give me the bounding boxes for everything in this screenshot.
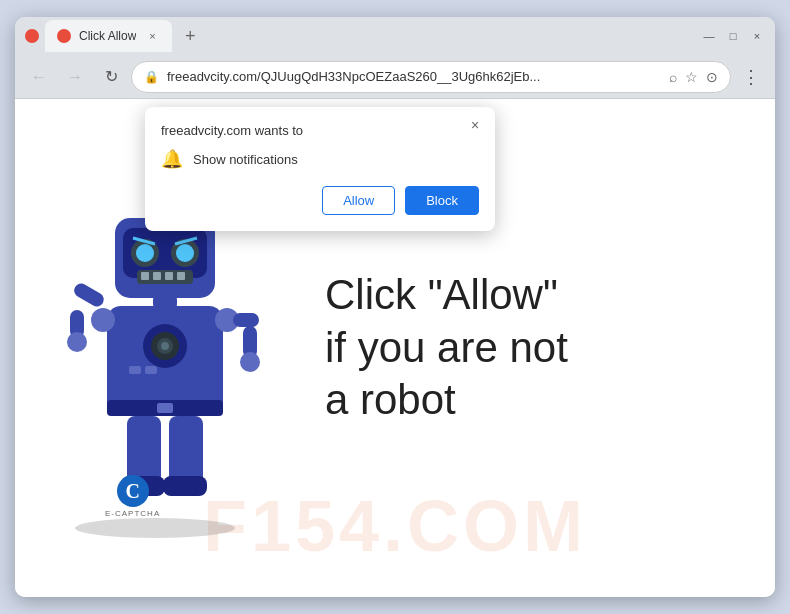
browser-tab[interactable]: Click Allow × [45, 20, 172, 52]
main-text-line2: if you are not [325, 322, 568, 375]
main-text-line3: a robot [325, 374, 568, 427]
svg-point-4 [136, 244, 154, 262]
main-text-line1: Click "Allow" [325, 269, 568, 322]
bell-icon: 🔔 [161, 148, 183, 170]
allow-button[interactable]: Allow [322, 186, 395, 215]
content-area: F154.COM [15, 99, 775, 597]
ecaptcha-logo: C E-CAPTCHA [105, 475, 160, 518]
svg-rect-11 [165, 272, 173, 280]
svg-rect-21 [129, 366, 141, 374]
robot-shadow [75, 518, 235, 538]
popup-notification-text: Show notifications [193, 152, 298, 167]
block-button[interactable]: Block [405, 186, 479, 215]
lock-icon: 🔒 [144, 70, 159, 84]
bookmark-icon[interactable]: ☆ [685, 69, 698, 85]
tab-favicon [57, 29, 71, 43]
svg-rect-22 [145, 366, 157, 374]
url-text: freeadvcity.com/QJUugQdH33NpcOEZaaS260__… [167, 69, 661, 84]
svg-rect-9 [141, 272, 149, 280]
svg-rect-12 [177, 272, 185, 280]
ecaptcha-letter: C [117, 475, 149, 507]
tab-title: Click Allow [79, 29, 136, 43]
popup-buttons: Allow Block [161, 186, 479, 215]
window-close-dot[interactable] [25, 29, 39, 43]
popup-notification-row: 🔔 Show notifications [161, 148, 479, 170]
svg-rect-28 [233, 313, 259, 327]
tab-close-button[interactable]: × [144, 28, 160, 44]
new-tab-button[interactable]: + [176, 22, 204, 50]
title-bar: Click Allow × + — □ × [15, 17, 775, 55]
svg-rect-10 [153, 272, 161, 280]
svg-point-23 [91, 308, 115, 332]
svg-point-20 [161, 342, 169, 350]
svg-point-5 [176, 244, 194, 262]
tab-strip: Click Allow × + [45, 20, 695, 52]
search-icon[interactable]: ⌕ [669, 69, 677, 85]
window-close-button[interactable]: × [749, 28, 765, 44]
robot-illustration [65, 198, 265, 538]
svg-rect-32 [157, 403, 173, 413]
nav-bar: ← → ↻ 🔒 freeadvcity.com/QJUugQdH33NpcOEZ… [15, 55, 775, 99]
profile-icon[interactable]: ⊙ [706, 69, 718, 85]
main-page-text: Click "Allow" if you are not a robot [325, 269, 568, 427]
forward-button[interactable]: → [59, 61, 91, 93]
window-controls: — □ × [701, 28, 765, 44]
popup-close-button[interactable]: × [465, 115, 485, 135]
svg-rect-36 [163, 476, 207, 496]
svg-rect-25 [72, 281, 107, 309]
maximize-button[interactable]: □ [725, 28, 741, 44]
address-bar[interactable]: 🔒 freeadvcity.com/QJUugQdH33NpcOEZaaS260… [131, 61, 731, 93]
svg-point-30 [240, 352, 260, 372]
svg-point-27 [67, 332, 87, 352]
notification-popup: freeadvcity.com wants to × 🔔 Show notifi… [145, 107, 495, 231]
back-button[interactable]: ← [23, 61, 55, 93]
browser-menu-button[interactable]: ⋮ [735, 61, 767, 93]
reload-button[interactable]: ↻ [95, 61, 127, 93]
browser-window: Click Allow × + — □ × ← → ↻ 🔒 freeadvcit… [15, 17, 775, 597]
popup-title: freeadvcity.com wants to [161, 123, 479, 138]
svg-rect-34 [169, 416, 203, 486]
ecaptcha-name: E-CAPTCHA [105, 509, 160, 518]
minimize-button[interactable]: — [701, 28, 717, 44]
